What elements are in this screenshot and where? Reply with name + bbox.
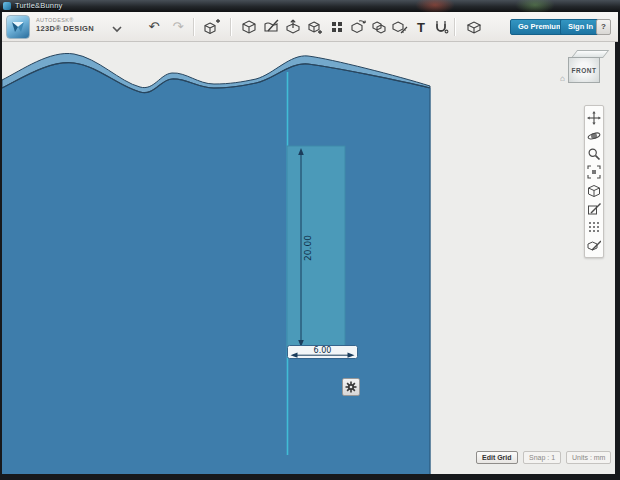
snap-icon[interactable]	[432, 18, 450, 36]
toolbar-divider	[230, 18, 231, 36]
orbit-icon[interactable]	[586, 128, 602, 144]
redo-button[interactable]: ↷	[169, 18, 187, 36]
glass-reflection	[415, 0, 455, 12]
app-window: Turtle&Bunny AUTODESK® 123D® DESIGN ↶ ↷	[0, 0, 620, 480]
view-cube[interactable]: FRONT ⌂	[568, 50, 606, 88]
outline-visibility-icon[interactable]	[586, 201, 602, 217]
wave-solid-body[interactable]	[2, 63, 430, 474]
view-cube-front-face[interactable]: FRONT	[568, 57, 600, 83]
transform-icon[interactable]	[203, 18, 221, 36]
text-tool-icon[interactable]: T	[412, 18, 430, 36]
edit-grid-button[interactable]: Edit Grid	[476, 451, 518, 464]
home-icon[interactable]: ⌂	[560, 74, 565, 83]
undo-button[interactable]: ↶	[145, 18, 163, 36]
units-setting-button[interactable]: Units : mm	[566, 451, 611, 464]
brand-123d-design: 123D® DESIGN	[36, 24, 94, 33]
sign-in-button[interactable]: Sign In	[560, 19, 601, 35]
window-title: Turtle&Bunny	[15, 1, 63, 10]
sketch-icon[interactable]	[262, 18, 280, 36]
glass-reflection	[515, 0, 555, 12]
grid-visibility-icon[interactable]	[586, 219, 602, 235]
combine-icon[interactable]	[370, 18, 388, 36]
sketch-rectangle[interactable]	[287, 146, 345, 350]
primitives-icon[interactable]	[240, 18, 258, 36]
modify-icon[interactable]	[306, 18, 324, 36]
height-dimension-label[interactable]: 20.00	[303, 235, 313, 261]
pattern-icon[interactable]	[328, 18, 346, 36]
sketch-settings-button[interactable]	[342, 378, 360, 396]
app-logo-icon	[6, 15, 30, 39]
shading-mode-icon[interactable]	[586, 183, 602, 199]
brand-text: AUTODESK® 123D® DESIGN	[36, 17, 94, 33]
app-taskbar-icon	[3, 2, 11, 10]
measure-icon[interactable]	[391, 18, 409, 36]
navigation-toolbar	[584, 105, 604, 258]
pan-icon[interactable]	[586, 110, 602, 126]
materials-icon[interactable]	[465, 18, 483, 36]
grouping-icon[interactable]	[349, 18, 367, 36]
toolbar-divider	[193, 18, 194, 36]
construct-icon[interactable]	[284, 18, 302, 36]
menu-chevron-down-icon[interactable]	[108, 20, 126, 38]
fit-icon[interactable]	[586, 164, 602, 180]
toolbar-divider	[454, 18, 455, 36]
modeling-canvas: 20.00 6.00	[2, 42, 615, 474]
main-toolbar: AUTODESK® 123D® DESIGN ↶ ↷	[2, 12, 618, 42]
brand-autodesk: AUTODESK®	[36, 17, 94, 24]
window-titlebar: Turtle&Bunny	[0, 0, 620, 12]
zoom-icon[interactable]	[586, 146, 602, 162]
help-button[interactable]: ?	[596, 19, 611, 35]
snap-setting-button[interactable]: Snap : 1	[523, 451, 561, 464]
width-dimension[interactable]: 6.00	[288, 346, 358, 359]
width-dimension-value[interactable]: 6.00	[314, 346, 332, 355]
sketch-visibility-icon[interactable]	[586, 237, 602, 253]
scene-svg: 20.00 6.00	[2, 42, 615, 474]
gear-icon	[345, 381, 357, 393]
